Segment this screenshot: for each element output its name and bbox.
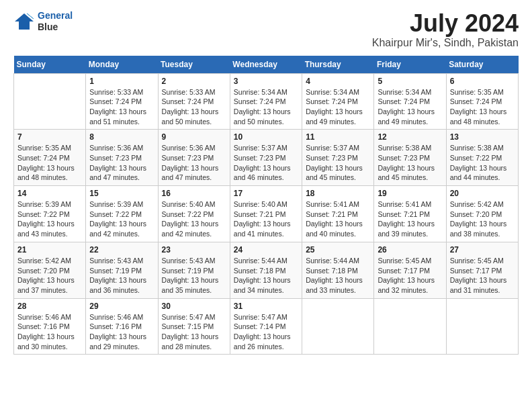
logo-line2: Blue — [38, 21, 73, 33]
day-info: Sunrise: 5:33 AM Sunset: 7:24 PM Dayligh… — [162, 87, 226, 127]
day-number: 27 — [450, 245, 515, 255]
day-info: Sunrise: 5:34 AM Sunset: 7:24 PM Dayligh… — [234, 87, 298, 127]
day-info: Sunrise: 5:43 AM Sunset: 7:19 PM Dayligh… — [162, 256, 226, 295]
weekday-header: Tuesday — [158, 56, 230, 74]
calendar-day-cell: 19Sunrise: 5:41 AM Sunset: 7:21 PM Dayli… — [374, 186, 446, 242]
weekday-header: Sunday — [14, 56, 86, 74]
calendar-day-cell: 9Sunrise: 5:36 AM Sunset: 7:23 PM Daylig… — [158, 130, 230, 186]
day-info: Sunrise: 5:35 AM Sunset: 7:24 PM Dayligh… — [450, 87, 515, 127]
calendar-week-row: 14Sunrise: 5:39 AM Sunset: 7:22 PM Dayli… — [14, 186, 519, 242]
calendar-day-cell: 5Sunrise: 5:34 AM Sunset: 7:24 PM Daylig… — [374, 73, 446, 130]
day-number: 30 — [162, 302, 226, 311]
day-info: Sunrise: 5:38 AM Sunset: 7:22 PM Dayligh… — [450, 143, 515, 183]
calendar-day-cell: 15Sunrise: 5:39 AM Sunset: 7:22 PM Dayli… — [86, 186, 158, 242]
calendar-day-cell: 1Sunrise: 5:33 AM Sunset: 7:24 PM Daylig… — [86, 73, 158, 130]
day-info: Sunrise: 5:40 AM Sunset: 7:21 PM Dayligh… — [234, 199, 298, 239]
calendar-day-cell: 6Sunrise: 5:35 AM Sunset: 7:24 PM Daylig… — [446, 73, 518, 130]
day-info: Sunrise: 5:44 AM Sunset: 7:18 PM Dayligh… — [306, 256, 370, 295]
calendar-week-row: 7Sunrise: 5:35 AM Sunset: 7:24 PM Daylig… — [14, 130, 519, 186]
day-info: Sunrise: 5:37 AM Sunset: 7:23 PM Dayligh… — [306, 143, 370, 183]
calendar-day-cell: 28Sunrise: 5:46 AM Sunset: 7:16 PM Dayli… — [14, 298, 86, 355]
calendar-day-cell: 30Sunrise: 5:47 AM Sunset: 7:15 PM Dayli… — [158, 298, 230, 355]
day-number: 9 — [162, 132, 226, 142]
calendar-day-cell: 20Sunrise: 5:42 AM Sunset: 7:20 PM Dayli… — [446, 186, 518, 242]
calendar-day-cell — [302, 298, 374, 355]
day-number: 1 — [89, 77, 154, 86]
day-number: 2 — [162, 77, 226, 86]
page-subtitle: Khairpur Mir's, Sindh, Pakistan — [372, 37, 519, 49]
day-number: 16 — [162, 189, 226, 198]
calendar-day-cell: 3Sunrise: 5:34 AM Sunset: 7:24 PM Daylig… — [230, 73, 302, 130]
day-number: 20 — [450, 189, 515, 198]
calendar-day-cell: 21Sunrise: 5:42 AM Sunset: 7:20 PM Dayli… — [14, 242, 86, 298]
calendar-day-cell: 7Sunrise: 5:35 AM Sunset: 7:24 PM Daylig… — [14, 130, 86, 186]
day-info: Sunrise: 5:33 AM Sunset: 7:24 PM Dayligh… — [89, 87, 154, 127]
weekday-header: Wednesday — [230, 56, 302, 74]
day-info: Sunrise: 5:37 AM Sunset: 7:23 PM Dayligh… — [234, 143, 298, 183]
day-info: Sunrise: 5:42 AM Sunset: 7:20 PM Dayligh… — [450, 199, 515, 239]
day-info: Sunrise: 5:41 AM Sunset: 7:21 PM Dayligh… — [306, 199, 370, 239]
weekday-header: Thursday — [302, 56, 374, 74]
calendar-day-cell: 8Sunrise: 5:36 AM Sunset: 7:23 PM Daylig… — [86, 130, 158, 186]
day-number: 23 — [162, 245, 226, 255]
day-number: 14 — [17, 189, 82, 198]
day-info: Sunrise: 5:39 AM Sunset: 7:22 PM Dayligh… — [89, 199, 154, 239]
day-number: 28 — [17, 302, 82, 311]
calendar-day-cell: 26Sunrise: 5:45 AM Sunset: 7:17 PM Dayli… — [374, 242, 446, 298]
day-info: Sunrise: 5:47 AM Sunset: 7:14 PM Dayligh… — [234, 312, 298, 352]
calendar-week-row: 1Sunrise: 5:33 AM Sunset: 7:24 PM Daylig… — [14, 73, 519, 130]
day-number: 29 — [89, 302, 154, 311]
weekday-header: Monday — [86, 56, 158, 74]
logo-icon — [13, 12, 35, 31]
day-info: Sunrise: 5:44 AM Sunset: 7:18 PM Dayligh… — [234, 256, 298, 295]
day-info: Sunrise: 5:47 AM Sunset: 7:15 PM Dayligh… — [162, 312, 226, 352]
logo-line1: General — [38, 10, 73, 21]
day-info: Sunrise: 5:40 AM Sunset: 7:22 PM Dayligh… — [162, 199, 226, 239]
calendar-day-cell: 31Sunrise: 5:47 AM Sunset: 7:14 PM Dayli… — [230, 298, 302, 355]
title-area: July 2024 Khairpur Mir's, Sindh, Pakista… — [372, 10, 519, 49]
calendar-day-cell: 12Sunrise: 5:38 AM Sunset: 7:23 PM Dayli… — [374, 130, 446, 186]
day-info: Sunrise: 5:45 AM Sunset: 7:17 PM Dayligh… — [378, 256, 442, 295]
calendar-day-cell: 17Sunrise: 5:40 AM Sunset: 7:21 PM Dayli… — [230, 186, 302, 242]
weekday-header: Friday — [374, 56, 446, 74]
day-number: 6 — [450, 77, 515, 86]
day-info: Sunrise: 5:39 AM Sunset: 7:22 PM Dayligh… — [17, 199, 82, 239]
day-number: 19 — [378, 189, 442, 198]
day-number: 10 — [234, 132, 298, 142]
day-number: 8 — [89, 132, 154, 142]
calendar-day-cell: 23Sunrise: 5:43 AM Sunset: 7:19 PM Dayli… — [158, 242, 230, 298]
calendar-table: SundayMondayTuesdayWednesdayThursdayFrid… — [13, 56, 519, 355]
calendar-day-cell: 2Sunrise: 5:33 AM Sunset: 7:24 PM Daylig… — [158, 73, 230, 130]
day-number: 25 — [306, 245, 370, 255]
calendar-day-cell: 24Sunrise: 5:44 AM Sunset: 7:18 PM Dayli… — [230, 242, 302, 298]
day-number: 12 — [378, 132, 442, 142]
day-number: 31 — [234, 302, 298, 311]
day-info: Sunrise: 5:34 AM Sunset: 7:24 PM Dayligh… — [378, 87, 442, 127]
day-info: Sunrise: 5:45 AM Sunset: 7:17 PM Dayligh… — [450, 256, 515, 295]
calendar-day-cell: 10Sunrise: 5:37 AM Sunset: 7:23 PM Dayli… — [230, 130, 302, 186]
calendar-day-cell: 27Sunrise: 5:45 AM Sunset: 7:17 PM Dayli… — [446, 242, 518, 298]
day-number: 5 — [378, 77, 442, 86]
calendar-day-cell — [446, 298, 518, 355]
calendar-day-cell: 11Sunrise: 5:37 AM Sunset: 7:23 PM Dayli… — [302, 130, 374, 186]
calendar-day-cell — [14, 73, 86, 130]
logo: General Blue — [13, 10, 73, 33]
day-info: Sunrise: 5:43 AM Sunset: 7:19 PM Dayligh… — [89, 256, 154, 295]
day-info: Sunrise: 5:35 AM Sunset: 7:24 PM Dayligh… — [17, 143, 82, 183]
day-info: Sunrise: 5:46 AM Sunset: 7:16 PM Dayligh… — [17, 312, 82, 352]
calendar-day-cell: 29Sunrise: 5:46 AM Sunset: 7:16 PM Dayli… — [86, 298, 158, 355]
logo-text: General Blue — [38, 10, 73, 33]
calendar-week-row: 21Sunrise: 5:42 AM Sunset: 7:20 PM Dayli… — [14, 242, 519, 298]
day-info: Sunrise: 5:46 AM Sunset: 7:16 PM Dayligh… — [89, 312, 154, 352]
day-info: Sunrise: 5:34 AM Sunset: 7:24 PM Dayligh… — [306, 87, 370, 127]
page-title: July 2024 — [372, 10, 519, 37]
day-info: Sunrise: 5:42 AM Sunset: 7:20 PM Dayligh… — [17, 256, 82, 295]
day-number: 24 — [234, 245, 298, 255]
day-number: 18 — [306, 189, 370, 198]
day-number: 21 — [17, 245, 82, 255]
calendar-day-cell: 16Sunrise: 5:40 AM Sunset: 7:22 PM Dayli… — [158, 186, 230, 242]
svg-marker-0 — [15, 13, 34, 30]
day-number: 7 — [17, 132, 82, 142]
calendar-day-cell: 14Sunrise: 5:39 AM Sunset: 7:22 PM Dayli… — [14, 186, 86, 242]
day-number: 13 — [450, 132, 515, 142]
